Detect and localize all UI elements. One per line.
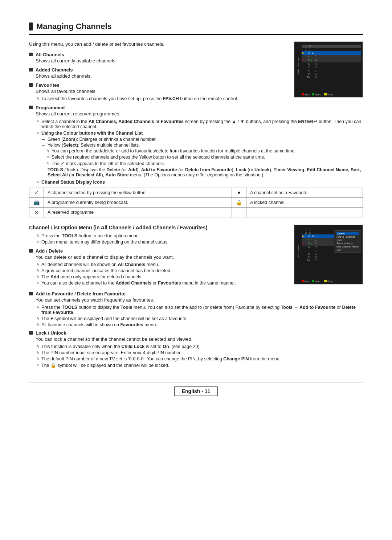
note-icon-ad1: ✎ xyxy=(36,262,40,267)
favourites-title: Favourites xyxy=(36,82,60,88)
lock-unlock-header: Lock / Unlock xyxy=(29,330,363,336)
tv-screenshot-1: Added Channels 1C-- 2C-- ▶3C-- 4✓C-- xyxy=(294,41,363,98)
note-icon-lu2: ✎ xyxy=(36,351,40,355)
status-icons-table: ✓ A channel selected by pressing the yel… xyxy=(29,188,363,217)
programmed-desc: Shows all current reserved programmes. xyxy=(36,111,363,116)
using-colour-header: ✎ Using the Colour buttons with the Chan… xyxy=(36,131,363,136)
favourites-icon xyxy=(29,83,33,87)
fav-note-1: ✎ To select the favourites channels you … xyxy=(36,96,287,101)
tv1-ch-row-1: 1C-- xyxy=(302,45,361,48)
favourites-header: Favourites xyxy=(29,82,287,88)
tv2-row-10: 10C-- xyxy=(302,259,335,262)
clo-note-1: ✎ Press the TOOLS button to use the opti… xyxy=(36,233,287,238)
tv1-sidebar-label: Added Channels xyxy=(297,58,299,74)
clo-note-text1: Press the TOOLS button to use the option… xyxy=(41,233,140,238)
lock-unlock-desc: You can lock a channel so that the chann… xyxy=(36,336,363,342)
tv2-row-3-selected: ▶3C-- xyxy=(302,234,335,238)
add-fav-desc: You can set channels you watch frequentl… xyxy=(36,297,363,303)
status-row-1: ✓ A channel selected by pressing the yel… xyxy=(29,188,363,198)
status-empty-1 xyxy=(232,208,246,217)
dash-green-text: Green (Zoom): Enlarges or shrinks a chan… xyxy=(48,137,157,142)
ad-note-2: ✎ A gray-coloured channel indicates the … xyxy=(36,268,287,273)
lu-note-text1: This function is available only when the… xyxy=(41,344,200,349)
note-icon-y2: ✎ xyxy=(46,155,50,160)
af-note-text2: The ♥ symbol will be displayed and the c… xyxy=(41,316,188,321)
tv2-row-1: 1C-- xyxy=(302,228,335,231)
using-colour-title: Using the Colour buttons with the Channe… xyxy=(41,131,143,136)
status-desc-heart: A channel set as a Favourite. xyxy=(246,188,363,198)
programmed-header: Programmed xyxy=(29,105,363,110)
status-icon-clock: ⊙ xyxy=(29,208,44,217)
yellow-note-1: ✎ You can perform the add/delete or add … xyxy=(46,148,363,154)
tv2-channel-list: 1C-- 2C-- ▶3C-- 4✓C-- ♦5▼C-- 6 xyxy=(302,228,335,278)
added-channels-icon xyxy=(29,68,33,71)
page-container: Managing Channels Added Channels 1C-- 2C… xyxy=(29,22,363,396)
add-delete-header: Add / Delete xyxy=(29,248,287,254)
add-fav-header: Add to Favourite / Delete from Favourite xyxy=(29,291,363,296)
status-desc-tv: A programme currently being broadcast. xyxy=(44,198,232,208)
dash-tools: TOOLS (Tools): Displays the Delete (or A… xyxy=(42,167,363,177)
tv2-row-5: ♦5▼C-- xyxy=(302,242,335,246)
lock-unlock-icon xyxy=(29,331,33,335)
title-text: Managing Channels xyxy=(36,22,112,31)
status-icon-tv: 📺 xyxy=(29,198,44,208)
status-icon-lock: 🔒 xyxy=(232,198,246,208)
note-icon-clo1: ✎ xyxy=(36,234,40,238)
note-icon-lu3: ✎ xyxy=(36,357,40,361)
tv1-ch-row-3-selected: ▶3C-- xyxy=(302,51,361,55)
note-icon-lu1: ✎ xyxy=(36,344,40,349)
ad-note-4: ✎ You can also delete a channel to the A… xyxy=(36,281,287,286)
fav-note-text: To select the favourites channels you ha… xyxy=(41,96,238,101)
status-row-3: ⊙ A reserved programme xyxy=(29,208,363,217)
af-note-text3: All favourite channels will be shown on … xyxy=(41,322,157,327)
tv2-row-9: 9C-- xyxy=(302,255,335,259)
tv2-row-4: 4✓C-- xyxy=(302,238,335,242)
note-icon-clo2: ✎ xyxy=(36,240,40,245)
programmed-title: Programmed xyxy=(36,105,65,110)
footer: English - 11 xyxy=(29,382,363,396)
tv1-ch-row-5: ♦5▼C-- xyxy=(302,58,361,62)
note-icon-colour: ✎ xyxy=(36,131,40,136)
dash-yellow-text: Yellow (Select): Selects multiple channe… xyxy=(48,143,140,148)
status-icon-check: ✓ xyxy=(29,188,44,198)
af-note-3: ✎ All favourite channels will be shown o… xyxy=(36,322,363,327)
add-fav-title: Add to Favourite / Delete from Favourite xyxy=(36,291,126,296)
yellow-note-2: ✎ Select the required channels and press… xyxy=(46,155,363,160)
note-icon-y3: ✎ xyxy=(46,161,50,166)
status-empty-2 xyxy=(246,208,363,217)
lock-unlock-title: Lock / Unlock xyxy=(36,330,66,336)
add-delete-icon xyxy=(29,249,33,253)
clo-note-text2: Option menu items may differ depending o… xyxy=(41,240,169,245)
menu-item-lock: Lock xyxy=(336,238,359,242)
note-icon-lu4: ✎ xyxy=(36,363,40,368)
yellow-note-text3: The ✓ mark appears to the left of the se… xyxy=(52,161,165,166)
lu-note-text3: The default PIN number of a new TV set i… xyxy=(41,356,281,361)
lu-note-1: ✎ This function is available only when t… xyxy=(36,344,363,349)
tv2-row-2: 2C-- xyxy=(302,231,335,234)
status-desc-check: A channel selected by pressing the yello… xyxy=(44,188,232,198)
tv1-ch-row-2: 2C-- xyxy=(302,48,361,51)
ad-note-1: ✎ All deleted channels will be shown on … xyxy=(36,262,287,267)
channel-status-title: Channel Status Display Icons xyxy=(41,180,105,185)
all-channels-icon xyxy=(29,53,33,56)
page-title: Managing Channels xyxy=(29,22,363,35)
menu-item-edit: Edit Channel Name xyxy=(336,245,359,248)
yellow-note-text2: Select the required channels and press t… xyxy=(52,155,265,160)
af-note-2: ✎ The ♥ symbol will be displayed and the… xyxy=(36,316,363,321)
tv2-menu-popup: Delete Add to Favourite Lock Timer Viewi… xyxy=(334,230,361,253)
page-label: English - 11 xyxy=(174,386,218,396)
ad-note-text4: You can also delete a channel to the Add… xyxy=(41,281,236,286)
af-note-1: ✎ Press the TOOLS button to display the … xyxy=(36,305,363,315)
tv2-bottom-bar: Back Select Tools xyxy=(302,280,361,283)
note-icon-ad4: ✎ xyxy=(36,281,40,286)
added-channels-header: Added Channels xyxy=(29,67,287,73)
lu-note-4: ✎ The 🔒 symbol will be displayed and the… xyxy=(36,363,363,368)
add-fav-icon xyxy=(29,292,33,295)
note-icon-fav: ✎ xyxy=(36,97,40,101)
ad-note-text2: A gray-coloured channel indicates the ch… xyxy=(41,268,172,273)
prog-note-1: ✎ Select a channel in the All Channels, … xyxy=(36,119,363,129)
status-row-2: 📺 A programme currently being broadcast.… xyxy=(29,198,363,208)
tv1-ch-row-6: 6C-- xyxy=(302,62,361,66)
status-icon-heart: ♥ xyxy=(232,188,246,198)
note-icon-ad2: ✎ xyxy=(36,269,40,273)
